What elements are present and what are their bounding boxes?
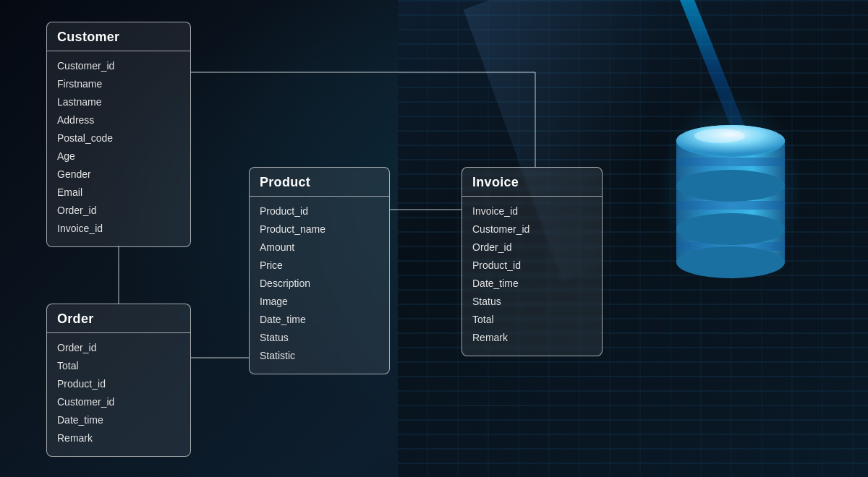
product-entity: Product Product_id Product_name Amount P… (249, 167, 390, 374)
order-title: Order (47, 304, 190, 333)
order-entity: Order Order_id Total Product_id Customer… (46, 304, 191, 457)
customer-field-7: Email (57, 185, 180, 200)
order-field-5: Remark (57, 431, 180, 446)
order-field-3: Customer_id (57, 395, 180, 410)
product-field-0: Product_id (260, 204, 379, 219)
invoice-field-6: Total (472, 312, 592, 327)
customer-field-1: Firstname (57, 77, 180, 92)
order-field-2: Product_id (57, 377, 180, 392)
svg-point-20 (694, 129, 745, 143)
invoice-entity: Invoice Invoice_id Customer_id Order_id … (461, 167, 603, 356)
invoice-fields: Invoice_id Customer_id Order_id Product_… (462, 197, 602, 356)
customer-fields: Customer_id Firstname Lastname Address P… (47, 51, 190, 246)
customer-field-5: Age (57, 149, 180, 164)
product-fields: Product_id Product_name Amount Price Des… (250, 197, 389, 374)
customer-entity: Customer Customer_id Firstname Lastname … (46, 22, 191, 247)
customer-field-0: Customer_id (57, 59, 180, 74)
order-field-0: Order_id (57, 340, 180, 356)
product-field-7: Status (260, 330, 379, 345)
svg-point-13 (676, 213, 785, 245)
product-field-3: Price (260, 258, 379, 273)
order-field-4: Date_time (57, 413, 180, 428)
product-field-6: Date_time (260, 312, 379, 327)
customer-field-6: Gender (57, 167, 180, 182)
svg-rect-16 (676, 158, 785, 166)
customer-field-8: Order_id (57, 203, 180, 218)
product-title: Product (250, 168, 389, 197)
invoice-field-0: Invoice_id (472, 204, 592, 219)
product-field-4: Description (260, 276, 379, 291)
invoice-field-2: Order_id (472, 240, 592, 255)
product-field-5: Image (260, 294, 379, 309)
product-field-1: Product_name (260, 222, 379, 237)
svg-point-17 (676, 170, 785, 202)
product-field-8: Statistic (260, 348, 379, 364)
order-field-1: Total (57, 358, 180, 374)
invoice-field-4: Date_time (472, 276, 592, 291)
order-fields: Order_id Total Product_id Customer_id Da… (47, 333, 190, 456)
svg-point-9 (676, 246, 785, 278)
invoice-field-5: Status (472, 294, 592, 309)
invoice-field-1: Customer_id (472, 222, 592, 237)
invoice-field-3: Product_id (472, 258, 592, 273)
customer-field-2: Lastname (57, 95, 180, 110)
customer-field-3: Address (57, 113, 180, 128)
customer-title: Customer (47, 22, 190, 51)
product-field-2: Amount (260, 240, 379, 255)
customer-field-4: Postal_code (57, 131, 180, 146)
invoice-field-7: Remark (472, 330, 592, 345)
customer-field-9: Invoice_id (57, 221, 180, 236)
database-icon (651, 87, 810, 289)
svg-rect-12 (676, 201, 785, 210)
invoice-title: Invoice (462, 168, 602, 197)
